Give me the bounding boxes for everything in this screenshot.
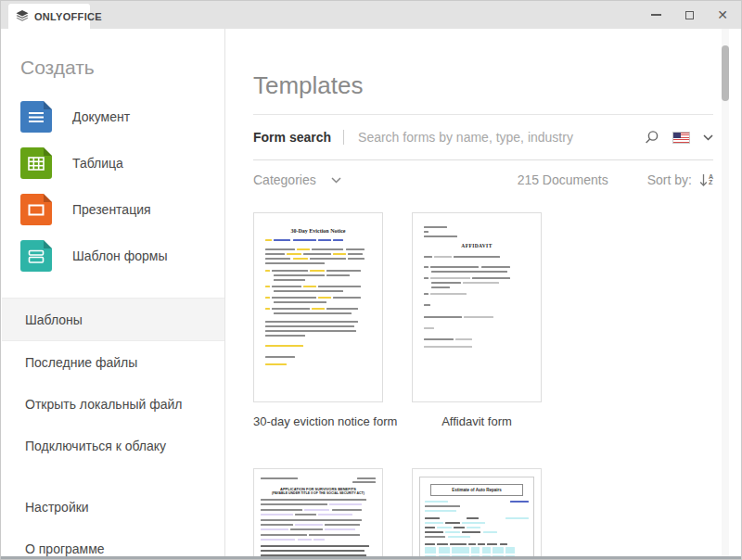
us-flag-icon	[672, 132, 690, 144]
window-controls: ✕	[639, 1, 739, 29]
mini-doc-body	[265, 239, 371, 365]
template-thumbnail: AFFIDAVIT	[412, 212, 542, 402]
window-bottom-border	[1, 556, 741, 559]
maximize-icon	[685, 11, 694, 19]
search-input[interactable]	[356, 129, 631, 146]
create-spreadsheet-label: Таблица	[72, 156, 123, 171]
form-search-bar: Form search	[253, 115, 713, 160]
sidebar-nav: Шаблоны Последние файлы Открыть локальны…	[2, 298, 224, 560]
create-heading: Создать	[20, 57, 224, 79]
mini-doc-frame: Estimate of Auto Repairs	[419, 477, 534, 556]
app-tab[interactable]: ONLYOFFICE	[8, 4, 90, 29]
presentation-icon	[20, 194, 52, 225]
main-panel: Templates Form search Categories	[226, 29, 740, 556]
list-toolbar: Categories 215 Documents Sort by: AZ	[253, 160, 713, 199]
mini-doc-body	[425, 501, 529, 556]
create-document-button[interactable]: Документ	[2, 94, 224, 140]
titlebar: ONLYOFFICE ✕	[1, 1, 741, 29]
categories-dropdown-button[interactable]	[331, 177, 341, 184]
chevron-down-icon	[703, 134, 713, 141]
create-document-label: Документ	[72, 109, 130, 124]
mini-doc-title: AFFIDAVIT	[424, 243, 530, 248]
mini-doc-title: 30-Day Eviction Notice	[265, 228, 371, 234]
create-form-template-button[interactable]: Шаблон формы	[2, 233, 224, 279]
onlyoffice-logo-icon	[16, 10, 29, 23]
create-spreadsheet-button[interactable]: Таблица	[2, 140, 224, 186]
mini-doc-body	[424, 256, 530, 348]
app-window: ONLYOFFICE ✕ Создать Документ	[0, 0, 742, 560]
sidebar-item-settings[interactable]: Настройки	[2, 486, 224, 528]
minimize-icon	[651, 14, 661, 16]
search-button[interactable]	[644, 130, 659, 146]
create-presentation-label: Презентация	[72, 202, 151, 217]
sort-label: Sort by:	[647, 172, 692, 187]
spreadsheet-icon	[20, 147, 52, 179]
scrollbar-track[interactable]	[722, 29, 729, 556]
app-tab-label: ONLYOFFICE	[34, 11, 102, 22]
search-icon	[644, 130, 659, 146]
template-thumbnail: 30-Day Eviction Notice	[253, 212, 383, 402]
nav-gap	[2, 466, 224, 486]
templates-grid: 30-Day Eviction Notice 30-day eviction n…	[253, 212, 698, 556]
template-thumbnail: Estimate of Auto Repairs	[412, 468, 542, 556]
mini-doc-body	[261, 499, 376, 556]
template-card-eviction-notice[interactable]: 30-Day Eviction Notice 30-day eviction n…	[253, 212, 383, 428]
template-thumbnail: APPLICATION FOR SURVIVORS BENEFITS (PAYA…	[253, 468, 383, 556]
sidebar-item-recent-files[interactable]: Последние файлы	[2, 341, 224, 383]
template-caption: 30-day eviction notice form	[253, 414, 383, 428]
mini-doc-subtitle: (PAYABLE UNDER TITLE II OF THE SOCIAL SE…	[261, 491, 376, 495]
mini-doc-title-box: Estimate of Auto Repairs	[430, 484, 523, 496]
page-title: Templates	[253, 71, 740, 100]
close-icon: ✕	[717, 8, 728, 21]
template-card-affidavit[interactable]: AFFIDAVIT Affidavit form	[412, 212, 542, 428]
template-caption: Affidavit form	[412, 414, 542, 428]
document-icon	[20, 101, 52, 133]
sidebar-item-about[interactable]: О программе	[2, 528, 224, 560]
form-search-label: Form search	[253, 130, 331, 145]
sort-az-icon: AZ	[699, 173, 713, 187]
close-button[interactable]: ✕	[706, 1, 739, 29]
chevron-down-icon	[331, 177, 341, 184]
create-form-template-label: Шаблон формы	[72, 248, 168, 263]
maximize-button[interactable]	[672, 1, 706, 29]
sidebar-item-templates[interactable]: Шаблоны	[2, 299, 224, 341]
create-list: Документ Таблица	[2, 94, 224, 279]
template-card-survivors-benefits[interactable]: APPLICATION FOR SURVIVORS BENEFITS (PAYA…	[253, 468, 383, 556]
documents-count: 215 Documents	[518, 172, 608, 187]
minimize-button[interactable]	[639, 1, 672, 29]
categories-button[interactable]: Categories	[253, 172, 316, 187]
mini-doc-title: Estimate of Auto Repairs	[452, 488, 501, 492]
template-card-auto-repairs[interactable]: Estimate of Auto Repairs	[412, 468, 542, 556]
mini-doc-header	[424, 226, 530, 237]
sidebar-item-open-local-file[interactable]: Открыть локальный файл	[2, 383, 224, 425]
form-template-icon	[20, 240, 52, 272]
language-selector[interactable]	[672, 132, 690, 144]
language-dropdown-button[interactable]	[703, 134, 713, 141]
sort-button[interactable]: Sort by: AZ	[647, 172, 713, 187]
sidebar-item-connect-to-cloud[interactable]: Подключиться к облаку	[2, 425, 224, 466]
search-separator	[343, 130, 344, 145]
sidebar: Создать Документ	[2, 29, 225, 556]
mini-doc-header	[261, 477, 376, 483]
scrollbar-thumb[interactable]	[722, 45, 729, 101]
create-presentation-button[interactable]: Презентация	[2, 186, 224, 233]
